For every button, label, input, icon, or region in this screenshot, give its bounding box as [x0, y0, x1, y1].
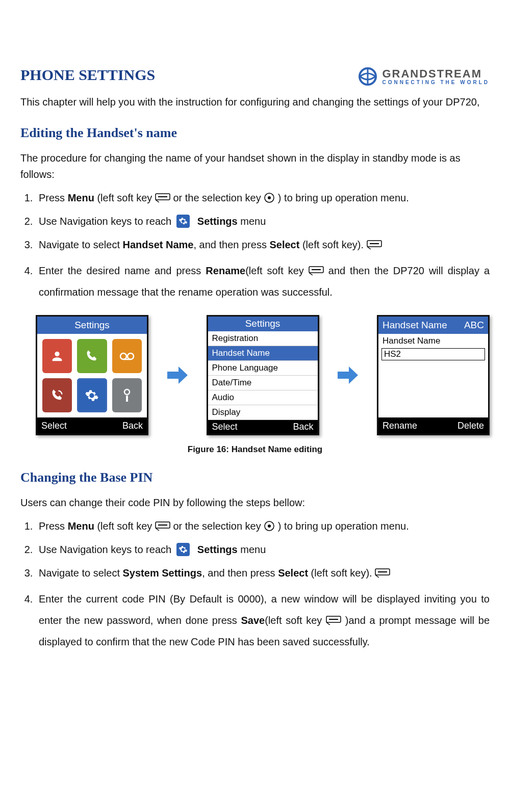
handset-name-input[interactable]: HS2 [381, 348, 485, 360]
screen-settings-grid: Settings Select Back [36, 315, 148, 435]
settings-list-item: Display [208, 405, 318, 420]
arrow-right-icon [165, 362, 190, 388]
screen-handset-name: Handset Name ABC Handset Name HS2 Rename… [377, 315, 490, 435]
pin-step-2: Use Navigation keys to reach Settings me… [36, 541, 490, 558]
left-softkey-icon [155, 193, 170, 202]
section-editing-heading: Editing the Handset's name [20, 125, 490, 141]
screen3-title: Handset Name [382, 320, 447, 331]
brand-logo: GRANDSTREAM CONNECTING THE WORLD [358, 66, 490, 87]
svg-point-14 [128, 353, 134, 359]
brand-mark-icon [358, 66, 378, 87]
screen1-title: Settings [37, 317, 147, 334]
screen2-title: Settings [208, 317, 318, 331]
section1-lead: The procedure for changing the name of y… [20, 150, 490, 182]
step-4: Enter the desired name and press Rename(… [36, 260, 490, 303]
tile-contacts-icon [42, 339, 72, 373]
left-softkey-icon [155, 521, 170, 531]
svg-rect-17 [126, 396, 128, 402]
tile-settings-icon [77, 378, 107, 412]
settings-list-item: Handset Name [208, 346, 318, 361]
left-softkey-icon [326, 616, 341, 625]
section-pin-heading: Changing the Base PIN [20, 470, 490, 485]
svg-point-6 [268, 196, 271, 199]
selection-key-icon [264, 520, 275, 532]
intro-text: This chapter will help you with the inst… [20, 94, 490, 110]
step-1: Press Menu (left soft key or the selecti… [36, 190, 490, 206]
settings-gear-icon [176, 543, 190, 556]
svg-point-22 [268, 525, 271, 528]
settings-list-item: Date/Time [208, 376, 318, 390]
screen2-softkey-right: Back [293, 422, 313, 432]
settings-gear-icon [176, 215, 190, 228]
left-softkey-icon [367, 240, 382, 249]
step-2: Use Navigation keys to reach Settings me… [36, 213, 490, 229]
screen3-softkey-right: Delete [457, 421, 484, 431]
pin-step-1: Press Menu (left soft key or the selecti… [36, 518, 490, 534]
brand-name: GRANDSTREAM [382, 68, 482, 80]
step-3: Navigate to select Handset Name, and the… [36, 237, 490, 253]
tile-call-history-icon [42, 378, 72, 412]
tile-call-icon [77, 339, 107, 373]
screen1-softkey-left: Select [41, 421, 67, 431]
left-softkey-icon [375, 568, 390, 578]
arrow-right-icon [335, 362, 361, 388]
svg-point-16 [124, 389, 130, 395]
brand-tagline: CONNECTING THE WORLD [382, 80, 490, 85]
settings-list-item: Registration [208, 331, 318, 346]
screen3-mode: ABC [464, 320, 484, 331]
settings-list-item: Audio [208, 390, 318, 405]
section2-lead: Users can change their code PIN by follo… [20, 494, 490, 511]
screen2-softkey-left: Select [212, 422, 238, 432]
tile-status-icon [112, 378, 142, 412]
left-softkey-icon [309, 266, 324, 275]
screenshots-row: Settings Select Back Settings [36, 315, 490, 435]
svg-point-13 [120, 353, 126, 359]
screen3-softkey-left: Rename [382, 421, 417, 431]
handset-name-label: Handset Name [378, 334, 488, 348]
selection-key-icon [264, 192, 275, 203]
section2-steps: Press Menu (left soft key or the selecti… [36, 518, 490, 652]
pin-step-3: Navigate to select System Settings, and … [36, 565, 490, 581]
figure-caption: Figure 16: Handset Name editing [20, 444, 490, 455]
screen-settings-list: Settings RegistrationHandset NamePhone L… [207, 315, 319, 435]
screen1-softkey-right: Back [122, 421, 143, 431]
tile-voicemail-icon [112, 339, 142, 373]
section1-steps: Press Menu (left soft key or the selecti… [36, 190, 490, 303]
pin-step-4: Enter the current code PIN (By Default i… [36, 588, 490, 652]
settings-list-item: Phone Language [208, 361, 318, 376]
page: GRANDSTREAM CONNECTING THE WORLD PHONE S… [0, 66, 510, 812]
